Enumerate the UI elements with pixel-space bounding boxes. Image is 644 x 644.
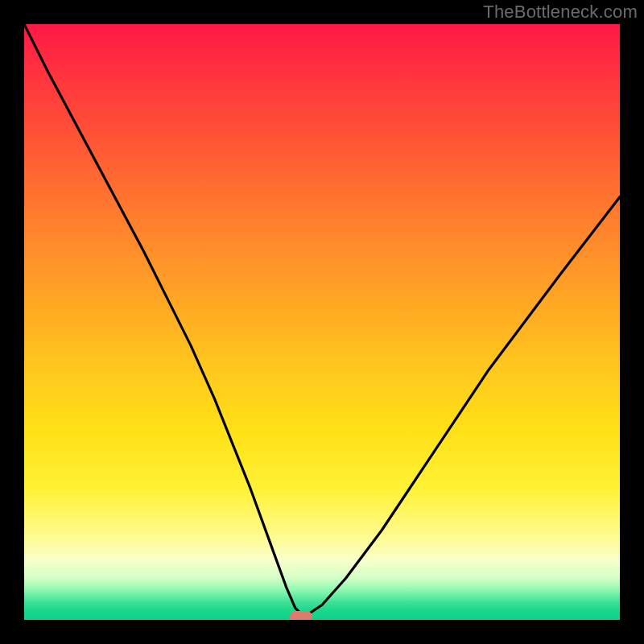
- watermark-text: TheBottleneck.com: [483, 2, 638, 23]
- optimal-point-marker: [290, 611, 312, 620]
- bottleneck-curve: [24, 24, 620, 620]
- plot-area: [24, 24, 620, 620]
- chart-frame: TheBottleneck.com: [0, 0, 644, 644]
